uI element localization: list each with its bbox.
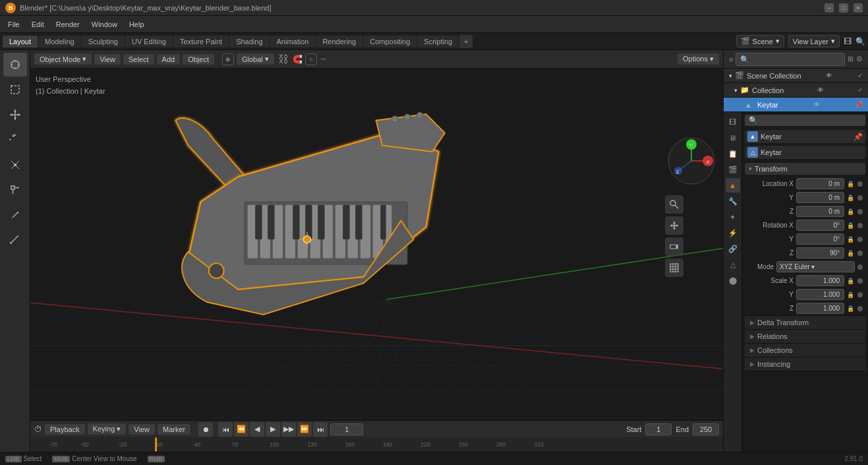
end-frame-input[interactable] [693,423,719,435]
collection-visibility[interactable]: 👁 [817,86,824,94]
select-box-tool-btn[interactable] [3,78,27,102]
scale-x-dot[interactable] [857,278,863,284]
transform-tool-btn[interactable] [3,178,27,202]
rotation-z-lock[interactable]: 🔒 [847,250,855,257]
props-tab-data[interactable]: △ [726,257,740,272]
tab-animation[interactable]: Animation [270,36,316,47]
grid-gizmo-btn[interactable] [665,259,683,277]
props-tab-scene[interactable]: 🎬 [726,162,740,177]
rotation-z-dot[interactable] [857,251,863,256]
props-tab-physics[interactable]: ⚡ [726,226,740,240]
rotation-x-value[interactable]: 0° [796,220,844,231]
outliner-filter-icon[interactable]: ⊞ [848,55,854,63]
navigation-gizmo[interactable]: X Y Z [665,135,718,187]
close-button[interactable]: × [854,3,863,13]
measure-tool-btn[interactable] [3,228,27,252]
props-tab-output[interactable]: 🖥 [726,131,740,145]
title-bar-controls[interactable]: − □ × [825,3,863,13]
keying-button[interactable]: Keying ▾ [88,423,127,435]
select-menu-button[interactable]: Select [123,54,154,65]
rotation-y-dot[interactable] [857,237,863,242]
delta-transform-row[interactable]: ▶ Delta Transform [745,316,865,330]
menu-help[interactable]: Help [124,19,150,30]
location-z-value[interactable]: 0 m [796,206,844,217]
rotation-x-dot[interactable] [857,223,863,228]
scale-x-value[interactable]: 1.000 [796,275,844,286]
scale-x-lock[interactable]: 🔒 [847,278,855,284]
scale-z-value[interactable]: 1.000 [796,303,844,314]
location-x-lock[interactable]: 🔒 [847,181,855,187]
options-button[interactable]: Options ▾ [678,53,719,65]
prev-keyframe-button[interactable]: ⏪ [234,422,248,437]
camera-gizmo-btn[interactable] [665,237,683,256]
scene-collection-row[interactable]: ▾ 🎬 Scene Collection 👁 ✓ [724,69,868,83]
scene-collection-visibility[interactable]: 👁 [826,72,832,79]
tab-rendering[interactable]: Rendering [316,36,362,47]
props-tab-render[interactable]: 🎞 [726,115,740,129]
props-tab-particles[interactable]: ✦ [726,210,740,224]
keytar-visibility[interactable]: 👁 [813,101,820,108]
location-z-lock[interactable]: 🔒 [847,208,855,215]
props-tab-object[interactable]: ▲ [726,178,740,193]
tab-compositing[interactable]: Compositing [363,36,417,47]
rotate-tool-btn[interactable] [3,128,27,152]
pan-gizmo-btn[interactable] [665,216,683,235]
transform-section-header[interactable]: ▾ Transform [745,163,865,175]
view-button[interactable]: View [129,424,155,435]
location-y-value[interactable]: 0 m [796,192,844,203]
keytar-object-row[interactable]: ▲ Keytar 👁 📌 [724,98,868,112]
next-keyframe-button[interactable]: ⏩ [297,422,312,437]
current-frame-input[interactable] [330,423,363,435]
object-mode-button[interactable]: Object Mode ▾ [34,53,92,65]
next-frame-button[interactable]: ▶▶ [281,422,296,437]
annotate-tool-btn[interactable] [3,203,27,227]
instancing-row[interactable]: ▶ Instancing [745,357,865,371]
view-menu-button[interactable]: View [94,54,121,65]
scale-tool-btn[interactable] [3,153,27,177]
tab-modeling[interactable]: Modeling [38,36,81,47]
transform-global-button[interactable]: Global▾ [237,53,274,65]
pin-icon[interactable]: 📌 [854,133,863,141]
object-menu-button[interactable]: Object [183,54,214,65]
menu-window[interactable]: Window [86,19,123,30]
keytar-pin[interactable]: 📌 [855,101,863,108]
mode-dot[interactable] [857,264,863,270]
prev-frame-button[interactable]: ◀ [250,422,264,437]
add-workspace-button[interactable]: + [459,35,473,48]
viewport-canvas[interactable]: User Perspective (1) Collection | Keytar… [30,69,723,420]
tab-shading[interactable]: Shading [229,36,269,47]
rotation-mode-select[interactable]: XYZ Euler ▾ [776,261,855,272]
view-layer-selector[interactable]: View Layer ▾ [788,35,840,47]
playback-button[interactable]: Playback [45,424,85,435]
add-menu-button[interactable]: Add [157,54,181,65]
scene-collection-check[interactable]: ✓ [857,72,863,79]
maximize-button[interactable]: □ [839,3,848,13]
rotation-z-value[interactable]: 90° [796,247,844,259]
location-x-value[interactable]: 0 m [796,178,844,189]
start-frame-input[interactable] [645,423,672,435]
tab-scripting[interactable]: Scripting [417,36,459,47]
tab-layout[interactable]: Layout [3,36,38,47]
tab-texture-paint[interactable]: Texture Paint [173,36,229,47]
scale-z-lock[interactable]: 🔒 [847,305,855,312]
rotation-y-lock[interactable]: 🔒 [847,236,855,243]
location-y-lock[interactable]: 🔒 [847,195,855,201]
menu-file[interactable]: File [3,19,25,30]
outliner-settings-icon[interactable]: ⚙ [856,55,863,63]
scene-selector[interactable]: 🎬 Scene ▾ [736,35,784,47]
proportional-icon[interactable]: ○ [305,53,317,65]
menu-render[interactable]: Render [51,19,85,30]
minimize-button[interactable]: − [825,3,834,13]
location-x-dot[interactable] [857,181,863,187]
scale-y-value[interactable]: 1.000 [796,289,844,300]
timeline-scrubber[interactable]: -70 -50 -20 10 40 70 100 130 160 190 220… [30,437,723,452]
location-z-dot[interactable] [857,209,863,214]
props-search-input[interactable] [761,117,861,125]
props-tab-modifiers[interactable]: 🔧 [726,194,740,208]
scale-z-dot[interactable] [857,306,863,311]
skip-end-button[interactable]: ⏭ [313,422,328,437]
cursor-tool-btn[interactable] [3,53,27,77]
props-tab-view-layer[interactable]: 📋 [726,146,740,161]
tab-uv-editing[interactable]: UV Editing [125,36,173,47]
props-tab-constraints[interactable]: 🔗 [726,241,740,256]
